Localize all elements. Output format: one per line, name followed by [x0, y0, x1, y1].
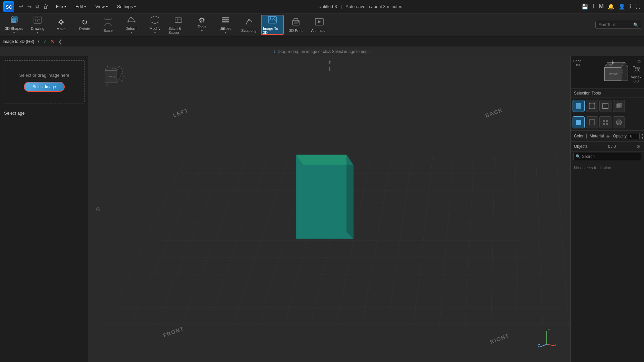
svg-rect-24: [222, 21, 229, 22]
breadcrumb-dropdown-arrow[interactable]: ▼: [37, 40, 40, 43]
no-objects-label: No objects to display: [571, 162, 644, 174]
navigation-cube[interactable]: FRONT TOP ↙ ↑ →: [99, 63, 126, 90]
view-dropdown-arrow: ▼: [105, 5, 108, 8]
file-dropdown-arrow: ▼: [64, 5, 67, 8]
tool-deform[interactable]: Deform ▼: [120, 15, 143, 35]
breadcrumb-confirm-button[interactable]: ✓: [43, 38, 47, 45]
select-sphere-button[interactable]: [613, 116, 625, 128]
duplicate-button[interactable]: ⧉: [34, 2, 41, 11]
selection-tools-row: [571, 98, 644, 114]
select-object-button[interactable]: [613, 100, 625, 112]
svg-line-84: [540, 344, 547, 347]
find-tool[interactable]: 🔍: [595, 21, 641, 29]
svg-text:RIGHT: RIGHT: [622, 69, 624, 74]
upload-prompt: Select or drag image here: [19, 73, 69, 78]
tool-scale[interactable]: Scale: [97, 15, 119, 35]
objects-search-icon: 🔍: [576, 154, 581, 159]
menu-view[interactable]: View ▼: [93, 3, 111, 10]
3d-object: [279, 138, 380, 256]
help-icon[interactable]: ℹ: [629, 3, 631, 10]
tool-3d-print[interactable]: 3D Print: [284, 15, 307, 35]
select-edge-button[interactable]: [599, 100, 611, 112]
svg-point-17: [127, 21, 129, 22]
notification-icon[interactable]: 🔔: [608, 3, 614, 10]
svg-marker-34: [318, 20, 321, 23]
select-face-button[interactable]: [573, 100, 585, 112]
stitch-scoop-icon: [174, 15, 183, 26]
select-vertex-button[interactable]: [586, 100, 598, 112]
redo-button[interactable]: ↪: [26, 2, 33, 11]
breadcrumb-collapse-button[interactable]: ❮: [58, 39, 62, 44]
viewport-nav-vertical: ⬆ ⬇: [328, 60, 332, 72]
coordinate-axes: Y X Z: [537, 327, 557, 349]
face-counter: Face 0/0: [573, 59, 581, 86]
tool-utilities[interactable]: Utilities ▼: [214, 15, 237, 35]
3d-print-icon: [291, 17, 301, 28]
tool-sculpting[interactable]: Sculpting: [237, 15, 260, 35]
menu-settings[interactable]: Settings ▼: [114, 3, 139, 10]
profile-m-icon[interactable]: M: [599, 3, 604, 10]
svg-line-4: [11, 16, 13, 18]
tool-modify[interactable]: Modify ▼: [144, 15, 166, 35]
tool-move[interactable]: ✥ Move: [50, 15, 72, 35]
svg-text:↑: ↑: [111, 66, 113, 70]
svg-rect-111: [606, 123, 608, 125]
svg-text:FRONT: FRONT: [609, 73, 618, 75]
tool-rotate[interactable]: ↻ Rotate: [73, 15, 96, 35]
undo-button[interactable]: ↩: [17, 2, 24, 11]
opacity-stepper[interactable]: ▲▼: [641, 133, 644, 139]
svg-marker-20: [151, 16, 159, 24]
main-toolbar: 3D Shapes ▼ Drawing ▼ ✥ Move ↻ Rotate: [0, 13, 644, 36]
viewport-down-button[interactable]: ⬇: [328, 66, 332, 72]
select-grid-button[interactable]: [599, 116, 611, 128]
tool-drawing[interactable]: Drawing ▼: [26, 15, 49, 35]
svg-text:SC: SC: [6, 4, 12, 10]
menu-edit[interactable]: Edit ▼: [73, 3, 89, 10]
save-icon[interactable]: 💾: [581, 3, 588, 10]
panel-settings-gear-icon[interactable]: ⚙: [637, 59, 641, 64]
delete-button[interactable]: 🗑: [42, 2, 50, 11]
select-solid-button[interactable]: [573, 116, 585, 128]
select-image-button[interactable]: Select Image: [24, 82, 65, 92]
color-swatch[interactable]: [586, 133, 587, 139]
tools-icon: ⚙: [199, 17, 205, 24]
tool-image-to-3d[interactable]: Image To 3D: [261, 15, 284, 35]
tool-tools[interactable]: ⚙ Tools ▼: [191, 15, 213, 35]
left-panel: Select or drag image here Select Image S…: [0, 56, 89, 362]
image-upload-area[interactable]: Select or drag image here Select Image: [4, 60, 85, 104]
viewport-up-button[interactable]: ⬆: [328, 60, 332, 65]
search-icon: 🔍: [633, 22, 638, 27]
tool-stitch-scoop[interactable]: Stitch & Scoop: [167, 15, 190, 35]
panel-viewport-cube[interactable]: FRONT TOP RIGHT: [591, 59, 621, 86]
objects-settings-gear-icon[interactable]: ⚙: [636, 144, 641, 149]
svg-point-99: [589, 108, 590, 109]
select-wireframe-button[interactable]: [586, 116, 598, 128]
objects-search-input[interactable]: [582, 154, 639, 159]
opacity-row: Opacity 0 ▲▼: [613, 133, 644, 139]
fullscreen-icon[interactable]: ⛶: [635, 4, 641, 10]
breadcrumb: Image to 3D (I+3) ▼ ✓ ✕ ❮: [0, 36, 644, 47]
user-icon[interactable]: 👤: [619, 3, 625, 10]
tool-3d-shapes[interactable]: 3D Shapes ▼: [3, 15, 25, 35]
breadcrumb-cancel-button[interactable]: ✕: [50, 38, 54, 45]
utilities-icon: [221, 15, 230, 26]
canvas-area[interactable]: FRONT TOP ↙ ↑ → ⬆ ⬇ ⊕: [89, 56, 570, 362]
deform-icon: [127, 15, 136, 26]
modify-icon: [150, 15, 160, 26]
share-icon[interactable]: ⤴: [592, 4, 595, 10]
tool-animation[interactable]: Animation: [308, 15, 331, 35]
svg-rect-22: [222, 17, 229, 18]
undo-redo-group: ↩ ↪ ⧉ 🗑: [17, 2, 50, 11]
svg-line-16: [110, 24, 112, 26]
color-material-row: Color Material ◈ Opacity 0 ▲▼: [571, 131, 644, 142]
svg-line-15: [104, 24, 106, 26]
find-tool-input[interactable]: [598, 22, 632, 27]
svg-point-98: [594, 103, 595, 104]
rotate-icon: ↻: [82, 19, 88, 26]
pan-button[interactable]: ⊕: [96, 205, 101, 213]
opacity-input[interactable]: 0: [628, 133, 640, 139]
svg-rect-31: [294, 22, 298, 24]
info-bar: ℹ Drag-n-drop an image or click Select i…: [0, 47, 644, 56]
svg-line-63: [536, 157, 543, 324]
menu-file[interactable]: File ▼: [53, 3, 69, 10]
